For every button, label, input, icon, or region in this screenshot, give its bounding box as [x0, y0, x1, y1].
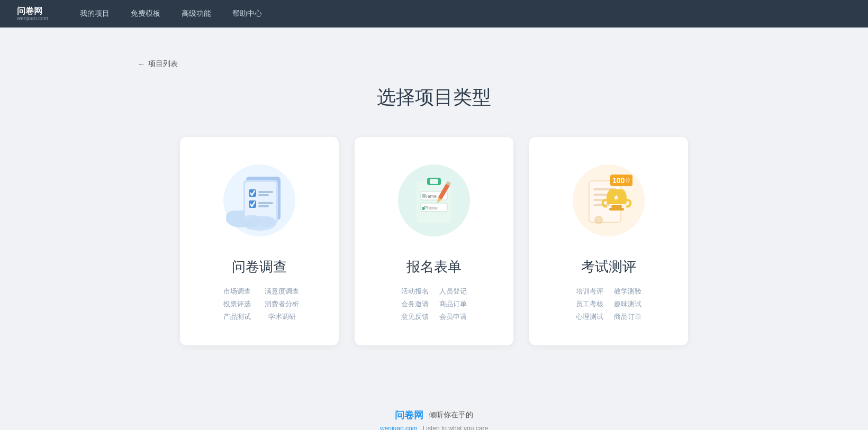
survey-title: 问卷调查	[232, 258, 287, 276]
svg-point-14	[259, 216, 276, 227]
nav-item-projects[interactable]: 我的项目	[80, 9, 110, 19]
footer-slogan: 倾听你在乎的	[429, 410, 473, 420]
nav-logo[interactable]: 问卷网 wenjuan.com	[17, 6, 48, 22]
svg-rect-40	[611, 205, 622, 208]
survey-tag-5: 学术调研	[265, 312, 299, 322]
svg-rect-11	[258, 205, 269, 207]
exam-icon: 100 分 ★	[566, 158, 651, 243]
svg-text:100: 100	[612, 176, 625, 185]
nav-item-premium[interactable]: 高级功能	[182, 9, 211, 19]
nav-logo-title: 问卷网	[17, 6, 48, 16]
svg-rect-25	[422, 207, 424, 210]
form-icon: Name Phone	[392, 158, 476, 243]
navbar: 问卷网 wenjuan.com 我的项目 免费模板 高级功能 帮助中心	[0, 0, 868, 28]
footer-logo: 问卷网	[395, 409, 423, 422]
survey-tag-3: 消费者分析	[265, 299, 299, 309]
svg-text:★: ★	[613, 193, 620, 202]
exam-tag-4: 心理测试	[576, 312, 603, 322]
svg-point-13	[242, 215, 261, 227]
form-tag-2: 会务邀请	[401, 299, 429, 309]
form-tag-5: 会员申请	[439, 312, 467, 322]
form-tag-0: 活动报名	[401, 287, 429, 296]
card-exam[interactable]: 100 分 ★	[529, 137, 688, 345]
survey-tag-1: 满意度调查	[265, 287, 299, 296]
back-label: 项目列表	[148, 59, 178, 69]
cards-row: 问卷调查 市场调查 满意度调查 投票评选 消费者分析 产品测试 学术调研	[138, 137, 730, 345]
survey-icon	[217, 158, 302, 243]
footer-logo-sub: wenjuan.com	[380, 425, 418, 430]
nav-item-help[interactable]: 帮助中心	[232, 9, 262, 19]
svg-point-22	[422, 194, 426, 198]
survey-tag-0: 市场调查	[220, 287, 254, 296]
exam-tag-2: 员工考核	[576, 299, 603, 309]
exam-tag-0: 培训考评	[576, 287, 603, 296]
svg-rect-9	[258, 194, 269, 196]
nav-logo-sub: wenjuan.com	[17, 15, 48, 21]
svg-rect-18	[430, 179, 438, 184]
exam-tag-1: 教学测验	[614, 287, 641, 296]
svg-text:Phone: Phone	[424, 205, 438, 211]
survey-tag-2: 投票评选	[220, 299, 254, 309]
survey-tag-4: 产品测试	[220, 312, 254, 322]
svg-point-43	[596, 218, 601, 222]
form-title: 报名表单	[406, 258, 462, 276]
svg-rect-10	[258, 202, 273, 204]
svg-rect-41	[609, 208, 624, 211]
back-link[interactable]: ← 项目列表	[138, 59, 178, 69]
footer: 问卷网 倾听你在乎的 wenjuan.com Listen to what yo…	[0, 388, 868, 430]
page-title: 选择项目类型	[138, 85, 730, 111]
exam-tag-5: 商品订单	[614, 312, 641, 322]
svg-rect-8	[258, 191, 273, 193]
form-tag-3: 商品订单	[439, 299, 467, 309]
back-arrow: ←	[138, 60, 145, 68]
exam-tag-3: 趣味测试	[614, 299, 641, 309]
form-tag-1: 人员登记	[439, 287, 467, 296]
svg-point-2	[226, 211, 243, 223]
footer-slogan-en: Listen to what you care	[423, 425, 488, 430]
card-form[interactable]: Name Phone 报名表单 活动报名 人员登记	[355, 137, 513, 345]
survey-tags: 市场调查 满意度调查 投票评选 消费者分析 产品测试 学术调研	[220, 287, 299, 322]
nav-item-templates[interactable]: 免费模板	[131, 9, 160, 19]
footer-logo-row: 问卷网 倾听你在乎的	[395, 409, 473, 422]
exam-tags: 培训考评 教学测验 员工考核 趣味测试 心理测试 商品订单	[576, 287, 641, 322]
form-tags: 活动报名 人员登记 会务邀请 商品订单 意见反馈 会员申请	[401, 287, 467, 322]
form-tag-4: 意见反馈	[401, 312, 429, 322]
svg-text:分: 分	[625, 177, 630, 183]
main-content: ← 项目列表 选择项目类型	[116, 28, 752, 388]
svg-rect-35	[593, 204, 610, 206]
card-survey[interactable]: 问卷调查 市场调查 满意度调查 投票评选 消费者分析 产品测试 学术调研	[180, 137, 339, 345]
exam-title: 考试测评	[581, 258, 636, 276]
